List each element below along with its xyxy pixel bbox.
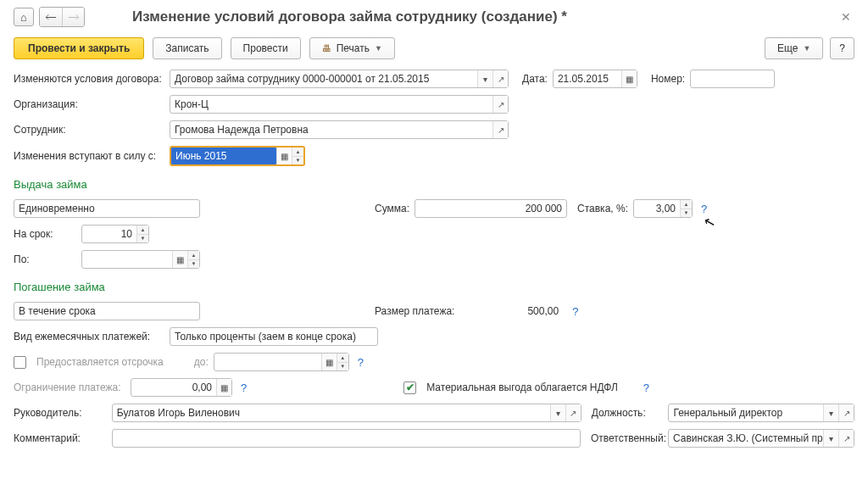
date-value: 21.05.2015: [554, 70, 621, 87]
date-label: Дата:: [522, 73, 548, 85]
write-button[interactable]: Записать: [153, 37, 221, 59]
open-icon[interactable]: ↗: [838, 430, 854, 447]
responsible-label: Ответственный:: [591, 432, 663, 444]
calendar-icon[interactable]: ▦: [321, 354, 337, 370]
dropdown-icon[interactable]: ▾: [477, 70, 492, 87]
loan-section-title: Выдача займа: [14, 178, 854, 191]
ndfl-checkbox[interactable]: [403, 381, 416, 394]
open-icon[interactable]: ↗: [565, 404, 581, 421]
limit-value: 0,00: [131, 379, 216, 396]
ndfl-label: Материальная выгода облагается НДФЛ: [426, 381, 618, 393]
emp-value: Громова Надежда Петровна: [170, 121, 492, 138]
org-label: Организация:: [14, 98, 164, 110]
limit-label: Ограничение платежа:: [14, 381, 125, 393]
sum-input[interactable]: 200 000: [415, 199, 567, 218]
manager-label: Руководитель:: [14, 407, 107, 419]
nav-history: 🡐 🡒: [39, 7, 85, 27]
org-value: Крон-Ц: [170, 96, 492, 113]
emp-input[interactable]: Громова Надежда Петровна ↗: [170, 120, 509, 139]
term-input[interactable]: 10 ▲▼: [81, 225, 149, 243]
calendar-icon[interactable]: ▦: [621, 70, 637, 87]
pay-size-label: Размер платежа:: [375, 305, 454, 317]
number-label: Номер:: [651, 73, 685, 85]
pay-size-help-icon[interactable]: ?: [569, 305, 581, 318]
repay-section-title: Погашение займа: [14, 281, 854, 293]
position-value: Генеральный директор: [669, 404, 823, 421]
manager-value: Булатов Игорь Виленович: [113, 404, 550, 421]
defer-until-label: до:: [194, 356, 209, 368]
nav-forward-button[interactable]: 🡒: [62, 8, 84, 26]
print-label: Печать: [337, 42, 370, 54]
ndfl-help-icon[interactable]: ?: [640, 381, 653, 394]
date-input[interactable]: 21.05.2015 ▦: [553, 70, 637, 88]
dropdown-icon[interactable]: ▾: [823, 404, 838, 421]
calc-icon[interactable]: ▦: [216, 379, 231, 396]
rate-value: 3,00: [634, 200, 680, 217]
contract-value: Договор займа сотруднику 0000-000001 от …: [170, 70, 477, 87]
monthly-select[interactable]: Только проценты (заем в конце срока): [170, 327, 378, 346]
limit-help-icon[interactable]: ?: [237, 381, 250, 394]
responsible-value: Савинская З.Ю. (Системный прог: [669, 430, 823, 447]
more-label: Еще: [777, 42, 798, 54]
limit-input[interactable]: 0,00 ▦: [131, 378, 232, 397]
help-button[interactable]: ?: [830, 37, 854, 59]
printer-icon: [322, 42, 331, 54]
rate-stepper[interactable]: ▲▼: [680, 200, 692, 217]
calendar-icon[interactable]: ▦: [276, 148, 292, 164]
defer-stepper[interactable]: ▲▼: [337, 354, 348, 370]
sum-label: Сумма:: [375, 203, 409, 214]
until-value: [82, 251, 172, 268]
loan-mode-select[interactable]: Единовременно: [14, 199, 200, 218]
home-button[interactable]: ⌂: [14, 8, 34, 26]
effective-label: Изменения вступают в силу с:: [14, 150, 164, 162]
term-value: 10: [82, 226, 136, 242]
term-label: На срок:: [14, 228, 61, 240]
responsible-input[interactable]: Савинская З.Ю. (Системный прог ▾ ↗: [668, 429, 854, 448]
defer-checkbox[interactable]: [14, 356, 26, 369]
until-label: По:: [14, 253, 61, 265]
effective-stepper[interactable]: ▲▼: [292, 148, 303, 164]
chevron-down-icon: ▼: [375, 44, 382, 53]
rate-help-icon[interactable]: ?: [698, 203, 710, 215]
defer-until-input[interactable]: ▦ ▲▼: [214, 353, 349, 371]
effective-value: Июнь 2015: [171, 148, 276, 164]
until-input[interactable]: ▦ ▲▼: [81, 250, 200, 269]
rate-input[interactable]: 3,00 ▲▼: [633, 199, 693, 218]
manager-input[interactable]: Булатов Игорь Виленович ▾ ↗: [112, 404, 581, 422]
rate-label: Ставка, %:: [577, 203, 628, 214]
term-stepper[interactable]: ▲▼: [136, 226, 148, 242]
repay-mode-select[interactable]: В течение срока: [14, 302, 200, 320]
open-icon[interactable]: ↗: [492, 121, 508, 138]
dropdown-icon[interactable]: ▾: [550, 404, 565, 421]
nav-back-button[interactable]: 🡐: [40, 8, 62, 26]
emp-label: Сотрудник:: [14, 124, 164, 136]
defer-label: Предоставляется отсрочка: [36, 356, 164, 368]
open-icon[interactable]: ↗: [838, 404, 854, 421]
comment-label: Комментарий:: [14, 432, 107, 444]
org-input[interactable]: Крон-Ц ↗: [170, 95, 509, 114]
defer-help-icon[interactable]: ?: [354, 356, 367, 369]
calendar-icon[interactable]: ▦: [172, 251, 187, 268]
position-input[interactable]: Генеральный директор ▾ ↗: [668, 404, 854, 422]
open-icon[interactable]: ↗: [492, 70, 508, 87]
comment-input[interactable]: [112, 429, 581, 448]
position-label: Должность:: [592, 407, 664, 419]
chevron-down-icon: ▼: [803, 44, 810, 53]
defer-until-value: [214, 354, 321, 370]
post-and-close-button[interactable]: Провести и закрыть: [14, 37, 144, 59]
close-button[interactable]: ✕: [837, 8, 854, 25]
print-button[interactable]: Печать ▼: [309, 37, 395, 59]
window-title: Изменение условий договора займа сотрудн…: [132, 8, 832, 25]
monthly-label: Вид ежемесячных платежей:: [14, 331, 164, 342]
contract-input[interactable]: Договор займа сотруднику 0000-000001 от …: [170, 70, 509, 88]
number-input[interactable]: [690, 70, 775, 88]
contract-label: Изменяются условия договора:: [14, 73, 164, 85]
effective-input[interactable]: Июнь 2015 ▦ ▲▼: [170, 146, 305, 166]
pay-size-value: 500,00: [527, 305, 559, 317]
until-stepper[interactable]: ▲▼: [187, 251, 199, 268]
more-button[interactable]: Еще ▼: [765, 37, 823, 59]
open-icon[interactable]: ↗: [492, 96, 508, 113]
post-button[interactable]: Провести: [231, 37, 301, 59]
dropdown-icon[interactable]: ▾: [823, 430, 838, 447]
sum-value: 200 000: [415, 200, 566, 217]
